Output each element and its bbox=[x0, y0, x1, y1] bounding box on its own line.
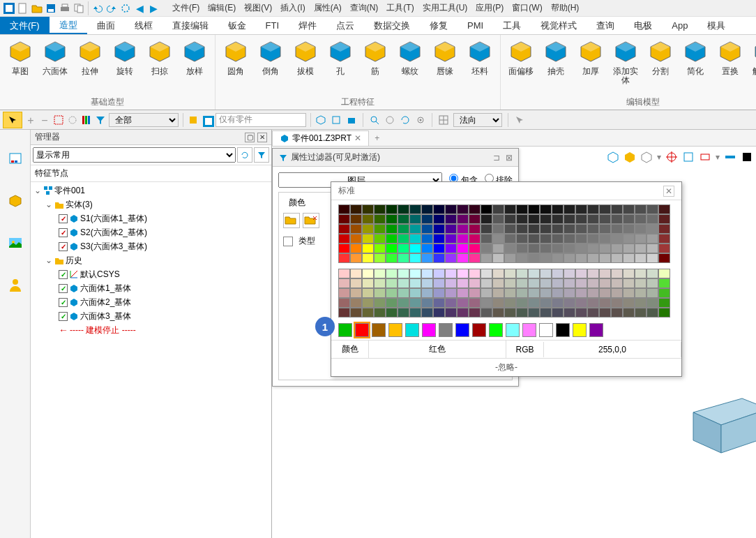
color-swatch[interactable] bbox=[528, 308, 540, 317]
color-swatch[interactable] bbox=[386, 253, 398, 263]
color-swatch[interactable] bbox=[504, 278, 516, 288]
color-swatch[interactable] bbox=[528, 269, 540, 278]
color-swatch[interactable] bbox=[599, 253, 611, 263]
color-swatch[interactable] bbox=[386, 204, 398, 214]
color-swatch[interactable] bbox=[398, 298, 409, 308]
color-swatch[interactable] bbox=[611, 269, 623, 278]
color-swatch[interactable] bbox=[409, 224, 421, 234]
color-swatch[interactable] bbox=[421, 234, 433, 244]
menu-item[interactable]: 应用(P) bbox=[471, 1, 508, 14]
color-swatch[interactable] bbox=[362, 288, 374, 298]
color-swatch[interactable] bbox=[338, 204, 350, 214]
color-swatch[interactable] bbox=[599, 204, 611, 214]
select-mode-button[interactable] bbox=[3, 112, 22, 128]
color-swatch[interactable] bbox=[552, 253, 564, 263]
color-swatch[interactable] bbox=[516, 253, 528, 263]
color-swatch[interactable] bbox=[540, 244, 552, 253]
menu-item[interactable]: 插入(I) bbox=[276, 1, 309, 14]
color-swatch[interactable] bbox=[421, 214, 433, 224]
color-swatch[interactable] bbox=[469, 288, 481, 298]
color-swatch[interactable] bbox=[658, 204, 670, 214]
color-swatch[interactable] bbox=[338, 224, 350, 234]
color-swatch[interactable] bbox=[492, 253, 504, 263]
target-icon[interactable] bbox=[665, 151, 678, 163]
color-swatch[interactable] bbox=[528, 288, 540, 298]
front-view-icon[interactable] bbox=[346, 114, 357, 126]
color-swatch[interactable] bbox=[350, 224, 362, 234]
ribbon-tab[interactable]: 视觉样式 bbox=[531, 17, 587, 34]
color-swatch[interactable] bbox=[575, 278, 587, 288]
color-swatch[interactable] bbox=[504, 308, 516, 317]
ribbon-button[interactable]: 抽壳 bbox=[540, 38, 572, 94]
black-square-icon[interactable] bbox=[741, 151, 753, 163]
color-swatch[interactable] bbox=[457, 244, 469, 253]
color-swatch[interactable] bbox=[635, 253, 647, 263]
color-swatch[interactable] bbox=[635, 234, 647, 244]
menu-item[interactable]: 文件(F) bbox=[168, 1, 204, 14]
color-swatch[interactable] bbox=[564, 278, 575, 288]
color-swatch[interactable] bbox=[564, 298, 575, 308]
tree-history-item[interactable]: 六面体2_基体 bbox=[31, 295, 271, 309]
color-swatch[interactable] bbox=[504, 253, 516, 263]
image-icon[interactable] bbox=[7, 234, 24, 251]
tree-history[interactable]: ⌄ 历史 bbox=[31, 253, 271, 267]
color-swatch[interactable] bbox=[350, 298, 362, 308]
color-swatch[interactable] bbox=[599, 269, 611, 278]
color-swatch[interactable] bbox=[433, 288, 445, 298]
color-swatch[interactable] bbox=[457, 288, 469, 298]
ribbon-tab[interactable]: 造型 bbox=[50, 17, 87, 34]
color-swatch[interactable] bbox=[481, 269, 492, 278]
color-swatch[interactable] bbox=[433, 298, 445, 308]
color-swatch[interactable] bbox=[658, 214, 670, 224]
color-swatch[interactable] bbox=[398, 204, 409, 214]
color-swatch[interactable] bbox=[587, 278, 599, 288]
color-swatch[interactable] bbox=[504, 234, 516, 244]
recent-color-swatch[interactable] bbox=[372, 323, 386, 337]
wireframe-icon[interactable] bbox=[607, 151, 619, 163]
color-swatch[interactable] bbox=[635, 288, 647, 298]
ribbon-button[interactable]: 唇缘 bbox=[429, 38, 461, 94]
color-swatch[interactable] bbox=[421, 278, 433, 288]
color-swatch[interactable] bbox=[374, 269, 386, 278]
grid-icon[interactable] bbox=[438, 114, 449, 126]
color-swatch[interactable] bbox=[658, 308, 670, 317]
undo-icon[interactable] bbox=[91, 2, 104, 15]
color-swatch[interactable] bbox=[409, 253, 421, 263]
tree-solid-item[interactable]: S2(六面体2_基体) bbox=[31, 225, 271, 239]
color-swatch[interactable] bbox=[362, 204, 374, 214]
color-swatch[interactable] bbox=[587, 298, 599, 308]
color-swatch[interactable] bbox=[481, 244, 492, 253]
color-swatch[interactable] bbox=[528, 278, 540, 288]
color-swatch[interactable] bbox=[516, 244, 528, 253]
color-swatch[interactable] bbox=[504, 204, 516, 214]
color-swatch[interactable] bbox=[338, 298, 350, 308]
ribbon-tab[interactable]: 数据交换 bbox=[364, 17, 420, 34]
color-swatch[interactable] bbox=[611, 288, 623, 298]
color-swatch[interactable] bbox=[587, 214, 599, 224]
color-swatch[interactable] bbox=[516, 278, 528, 288]
color-swatch[interactable] bbox=[362, 224, 374, 234]
assembly-tree-icon[interactable] bbox=[7, 151, 24, 167]
color-swatch[interactable] bbox=[540, 269, 552, 278]
color-swatch[interactable] bbox=[504, 288, 516, 298]
color-swatch[interactable] bbox=[658, 269, 670, 278]
color-swatch[interactable] bbox=[564, 234, 575, 244]
color-swatch[interactable] bbox=[445, 269, 457, 278]
color-swatch[interactable] bbox=[445, 234, 457, 244]
color-swatch[interactable] bbox=[457, 253, 469, 263]
color-swatch[interactable] bbox=[552, 204, 564, 214]
color-swatch[interactable] bbox=[611, 308, 623, 317]
color-swatch[interactable] bbox=[623, 234, 635, 244]
filter-tree-icon[interactable] bbox=[254, 147, 269, 163]
menu-item[interactable]: 编辑(E) bbox=[204, 1, 240, 14]
color-swatch[interactable] bbox=[552, 308, 564, 317]
color-swatch[interactable] bbox=[635, 244, 647, 253]
color-swatch[interactable] bbox=[540, 204, 552, 214]
ribbon-button[interactable]: 简化 bbox=[679, 38, 711, 94]
color-swatch[interactable] bbox=[445, 214, 457, 224]
color-swatch[interactable] bbox=[421, 269, 433, 278]
color-swatch[interactable] bbox=[433, 214, 445, 224]
color-swatch[interactable] bbox=[421, 298, 433, 308]
color-swatch[interactable] bbox=[374, 308, 386, 317]
entity-filter-input[interactable] bbox=[216, 113, 306, 127]
